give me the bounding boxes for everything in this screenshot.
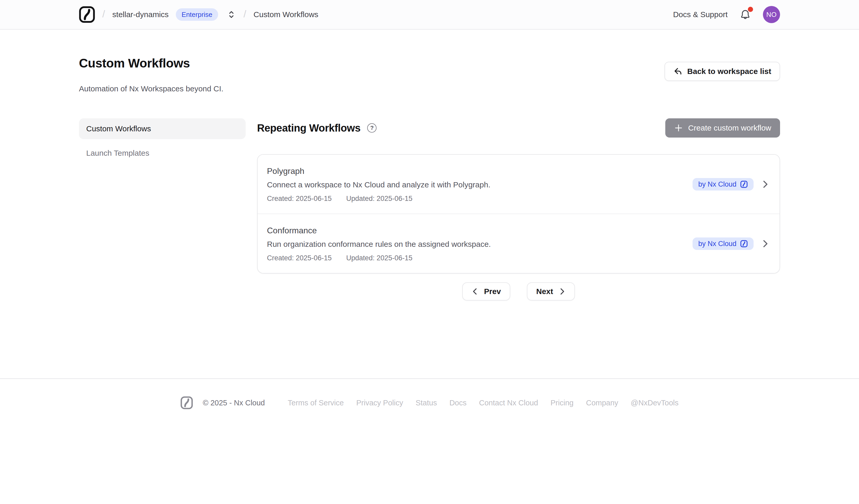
- footer-link-terms[interactable]: Terms of Service: [288, 399, 344, 407]
- next-button-label: Next: [536, 287, 553, 296]
- notifications-button[interactable]: [740, 9, 751, 20]
- pagination: Prev Next: [257, 282, 780, 301]
- sidebar-item-custom-workflows[interactable]: Custom Workflows: [79, 118, 246, 139]
- by-nx-cloud-badge[interactable]: by Nx Cloud: [693, 178, 754, 190]
- workflows-panel: Repeating Workflows ? Create custom work…: [257, 118, 780, 301]
- page-content: Custom Workflows Automation of Nx Worksp…: [0, 30, 859, 378]
- sidebar-item-launch-templates[interactable]: Launch Templates: [79, 143, 246, 164]
- chevron-right-icon: [762, 180, 769, 189]
- chevron-right-icon: [762, 239, 769, 248]
- user-avatar[interactable]: NO: [763, 6, 780, 23]
- chevron-up-down-icon: [227, 10, 235, 19]
- footer-link-company[interactable]: Company: [586, 399, 618, 407]
- workflow-created-date: Created: 2025-06-15: [267, 254, 332, 262]
- badge-label: by Nx Cloud: [698, 180, 736, 188]
- settings-sidebar: Custom Workflows Launch Templates: [79, 118, 246, 301]
- nx-footer-logo: [180, 396, 193, 410]
- workflow-row-polygraph[interactable]: Polygraph Connect a workspace to Nx Clou…: [258, 155, 780, 214]
- workflows-list-card: Polygraph Connect a workspace to Nx Clou…: [257, 154, 780, 274]
- notification-badge-dot: [748, 7, 753, 12]
- docs-support-link[interactable]: Docs & Support: [673, 10, 728, 19]
- help-icon[interactable]: ?: [367, 123, 377, 133]
- plan-badge[interactable]: Enterprise: [176, 8, 218, 21]
- return-arrow-icon: [673, 67, 682, 76]
- footer-links: Terms of Service Privacy Policy Status D…: [288, 399, 679, 407]
- nx-logo-icon: [740, 180, 748, 188]
- workflow-created-date: Created: 2025-06-15: [267, 195, 332, 203]
- page-title: Custom Workflows: [79, 55, 223, 72]
- breadcrumb-separator: /: [244, 9, 246, 20]
- footer-link-privacy[interactable]: Privacy Policy: [356, 399, 403, 407]
- badge-label: by Nx Cloud: [698, 240, 736, 248]
- repeating-workflows-heading: Repeating Workflows: [257, 122, 360, 134]
- app-root: / stellar-dynamics Enterprise / Custom W…: [0, 0, 859, 504]
- workflow-description: Run organization conformance rules on th…: [267, 239, 491, 249]
- prev-page-button[interactable]: Prev: [462, 282, 510, 301]
- workflow-title: Polygraph: [267, 166, 490, 177]
- page-heading-block: Custom Workflows Automation of Nx Worksp…: [79, 55, 223, 94]
- footer: © 2025 - Nx Cloud Terms of Service Priva…: [0, 379, 859, 410]
- create-button-label: Create custom workflow: [688, 124, 771, 132]
- breadcrumb: / stellar-dynamics Enterprise / Custom W…: [79, 6, 318, 24]
- back-button-label: Back to workspace list: [687, 67, 771, 76]
- topbar-actions: Docs & Support NO: [673, 6, 780, 23]
- chevron-right-icon: [559, 288, 566, 295]
- create-custom-workflow-button[interactable]: Create custom workflow: [665, 118, 780, 138]
- next-page-button[interactable]: Next: [527, 282, 575, 301]
- footer-link-pricing[interactable]: Pricing: [551, 399, 574, 407]
- footer-link-contact[interactable]: Contact Nx Cloud: [479, 399, 538, 407]
- org-switcher-button[interactable]: [226, 9, 236, 20]
- by-nx-cloud-badge[interactable]: by Nx Cloud: [693, 238, 754, 250]
- workflow-updated-date: Updated: 2025-06-15: [346, 195, 412, 203]
- copyright-text: © 2025 - Nx Cloud: [203, 399, 265, 407]
- footer-link-nxdevtools[interactable]: @NxDevTools: [631, 399, 679, 407]
- page-subtitle: Automation of Nx Workspaces beyond CI.: [79, 83, 223, 94]
- nx-logo-icon: [740, 240, 748, 248]
- plus-icon: [674, 124, 683, 132]
- workflow-description: Connect a workspace to Nx Cloud and anal…: [267, 180, 490, 190]
- workflow-title: Conformance: [267, 225, 491, 236]
- back-to-workspace-list-button[interactable]: Back to workspace list: [664, 62, 780, 81]
- workflow-row-conformance[interactable]: Conformance Run organization conformance…: [258, 214, 780, 273]
- top-navigation-bar: / stellar-dynamics Enterprise / Custom W…: [0, 0, 859, 30]
- breadcrumb-current-page: Custom Workflows: [254, 10, 318, 19]
- prev-button-label: Prev: [484, 287, 501, 296]
- workflow-updated-date: Updated: 2025-06-15: [346, 254, 412, 262]
- footer-link-status[interactable]: Status: [416, 399, 437, 407]
- footer-link-docs[interactable]: Docs: [450, 399, 467, 407]
- breadcrumb-separator: /: [102, 9, 105, 20]
- breadcrumb-org-name[interactable]: stellar-dynamics: [112, 10, 169, 19]
- chevron-left-icon: [471, 288, 478, 295]
- nx-cloud-logo[interactable]: [79, 6, 95, 24]
